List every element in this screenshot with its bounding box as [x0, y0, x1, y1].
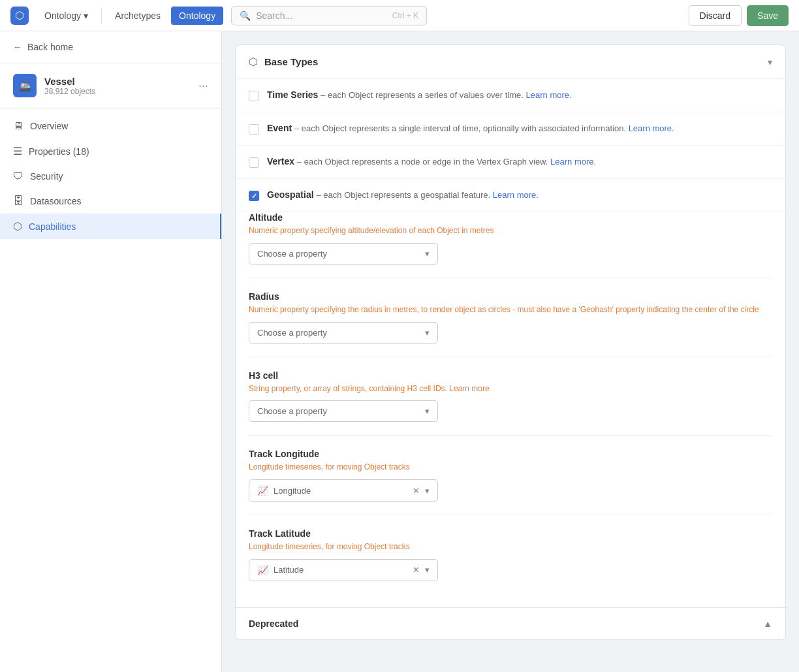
- h3-cell-field: H3 cell String property, or array of str…: [249, 370, 772, 436]
- time-series-label: Time Series: [267, 89, 318, 100]
- h3-cell-chevron-icon: ▾: [425, 406, 430, 416]
- chevron-down-icon: ▾: [84, 10, 88, 21]
- save-button[interactable]: Save: [747, 5, 789, 26]
- geospatial-learn-more[interactable]: Learn more.: [493, 190, 539, 200]
- h3-cell-desc: String property, or array of strings, co…: [249, 383, 772, 394]
- type-item-time-series: Time Series – each Object represents a s…: [236, 79, 785, 112]
- sidebar-item-overview[interactable]: 🖥 Overview: [0, 114, 221, 138]
- geospatial-content: Geospatial – each Object represents a ge…: [267, 189, 772, 200]
- back-home-label: Back home: [27, 42, 73, 52]
- search-shortcut: Ctrl + K: [392, 11, 418, 20]
- properties-icon: ☰: [13, 145, 22, 157]
- altitude-desc: Numeric property specifying altitude/ele…: [249, 225, 772, 236]
- search-placeholder: Search...: [256, 10, 292, 21]
- time-series-learn-more[interactable]: Learn more.: [526, 90, 572, 100]
- radius-select[interactable]: Choose a property ▾: [249, 322, 438, 344]
- base-types-title: Base Types: [264, 56, 761, 67]
- object-name: Vessel: [44, 76, 191, 87]
- layout: ← Back home 🚢 Vessel 38,912 objects ··· …: [0, 31, 799, 672]
- vertex-checkbox[interactable]: [249, 157, 259, 168]
- radius-field: Radius Numeric property specifying the r…: [249, 291, 772, 357]
- overview-icon: 🖥: [13, 120, 24, 132]
- radius-label: Radius: [249, 291, 772, 302]
- track-latitude-clear-icon[interactable]: ✕: [413, 565, 420, 575]
- datasources-icon: 🗄: [13, 195, 24, 207]
- geospatial-label: Geospatial: [267, 189, 314, 200]
- radius-placeholder: Choose a property: [257, 328, 420, 338]
- time-series-content: Time Series – each Object represents a s…: [267, 89, 772, 100]
- chevron-icon: ▾: [768, 57, 772, 67]
- h3-cell-placeholder: Choose a property: [257, 406, 420, 416]
- altitude-select[interactable]: Choose a property ▾: [249, 243, 438, 264]
- event-desc: – each Object represents a single interv…: [294, 123, 674, 133]
- sidebar-label-overview: Overview: [30, 121, 68, 131]
- arrow-left-icon: ←: [13, 42, 22, 52]
- sidebar-label-capabilities: Capabilities: [29, 221, 76, 232]
- track-longitude-clear-icon[interactable]: ✕: [413, 486, 420, 496]
- capabilities-icon: ⬡: [13, 220, 22, 232]
- vertex-label: Vertex: [267, 156, 294, 167]
- sidebar-label-datasources: Datasources: [30, 196, 82, 206]
- nav-ontology-label: Ontology: [44, 10, 81, 21]
- object-count: 38,912 objects: [44, 87, 191, 96]
- longitude-timeseries-icon: 📈: [257, 485, 268, 496]
- latitude-timeseries-icon: 📈: [257, 565, 268, 575]
- sidebar-item-capabilities[interactable]: ⬡ Capabilities: [0, 214, 221, 239]
- track-longitude-label: Track Longitude: [249, 449, 772, 459]
- track-latitude-field: Track Latitude Longitude timeseries, for…: [249, 528, 772, 594]
- discard-button[interactable]: Discard: [689, 5, 742, 26]
- track-longitude-chevron-icon: ▾: [425, 486, 430, 496]
- geospatial-checkbox[interactable]: ✓: [249, 191, 259, 201]
- track-latitude-desc: Longitude timeseries, for moving Object …: [249, 541, 772, 552]
- sidebar-label-properties: Properties (18): [29, 146, 89, 157]
- base-types-card: ⬡ Base Types ▾ Time Series – each Object…: [235, 44, 786, 640]
- track-longitude-value: Longitude: [274, 486, 407, 496]
- time-series-checkbox[interactable]: [249, 91, 259, 101]
- object-info: Vessel 38,912 objects: [44, 76, 191, 96]
- deprecated-chevron-icon: ▲: [763, 618, 772, 629]
- h3-cell-select[interactable]: Choose a property ▾: [249, 400, 438, 422]
- topbar-nav: Ontology ▾ Archetypes Ontology: [37, 7, 223, 25]
- shield-icon: 🛡: [13, 170, 24, 182]
- track-longitude-select[interactable]: 📈 Longitude ✕ ▾: [249, 479, 438, 502]
- radius-desc: Numeric property specifying the radius i…: [249, 304, 772, 315]
- vertex-learn-more[interactable]: Learn more.: [550, 157, 596, 167]
- object-menu-button[interactable]: ···: [198, 79, 208, 93]
- type-item-geospatial: ✓ Geospatial – each Object represents a …: [236, 179, 785, 212]
- altitude-chevron-icon: ▾: [425, 249, 430, 259]
- type-item-vertex: Vertex – each Object represents a node o…: [236, 146, 785, 179]
- time-series-desc: – each Object represents a series of val…: [321, 90, 571, 100]
- deprecated-label: Deprecated: [249, 618, 763, 629]
- track-latitude-value: Latitude: [274, 565, 407, 575]
- type-item-event: Event – each Object represents a single …: [236, 112, 785, 146]
- track-latitude-select[interactable]: 📈 Latitude ✕ ▾: [249, 559, 438, 581]
- deprecated-section[interactable]: Deprecated ▲: [236, 607, 785, 639]
- nav-ontology[interactable]: Ontology: [171, 7, 223, 25]
- event-checkbox[interactable]: [249, 124, 259, 135]
- search-icon: 🔍: [240, 10, 251, 21]
- altitude-label: Altitude: [249, 212, 772, 223]
- base-types-header[interactable]: ⬡ Base Types ▾: [236, 45, 785, 79]
- event-learn-more[interactable]: Learn more.: [629, 123, 674, 133]
- nav-ontology-dropdown[interactable]: Ontology ▾: [37, 7, 96, 25]
- object-header: 🚢 Vessel 38,912 objects ···: [0, 63, 221, 108]
- sidebar-item-properties[interactable]: ☰ Properties (18): [0, 138, 221, 164]
- sidebar-item-security[interactable]: 🛡 Security: [0, 164, 221, 189]
- app-logo[interactable]: ⬡: [10, 7, 29, 25]
- topbar: ⬡ Ontology ▾ Archetypes Ontology 🔍 Searc…: [0, 0, 799, 31]
- vertex-desc: – each Object represents a node or edge …: [297, 157, 596, 167]
- nav-divider: [101, 8, 102, 24]
- object-icon: 🚢: [13, 74, 37, 97]
- search-bar[interactable]: 🔍 Search... Ctrl + K: [231, 6, 427, 25]
- radius-chevron-icon: ▾: [425, 328, 430, 338]
- sidebar-item-datasources[interactable]: 🗄 Datasources: [0, 189, 221, 214]
- nav-archetypes[interactable]: Archetypes: [107, 7, 168, 25]
- h3-cell-label: H3 cell: [249, 370, 772, 381]
- back-home-link[interactable]: ← Back home: [0, 31, 221, 63]
- sidebar: ← Back home 🚢 Vessel 38,912 objects ··· …: [0, 31, 222, 672]
- base-types-icon: ⬡: [249, 56, 258, 68]
- sidebar-nav: 🖥 Overview ☰ Properties (18) 🛡 Security …: [0, 108, 221, 244]
- track-latitude-label: Track Latitude: [249, 528, 772, 539]
- topbar-actions: Discard Save: [689, 5, 789, 26]
- main-content: ⬡ Base Types ▾ Time Series – each Object…: [222, 31, 799, 672]
